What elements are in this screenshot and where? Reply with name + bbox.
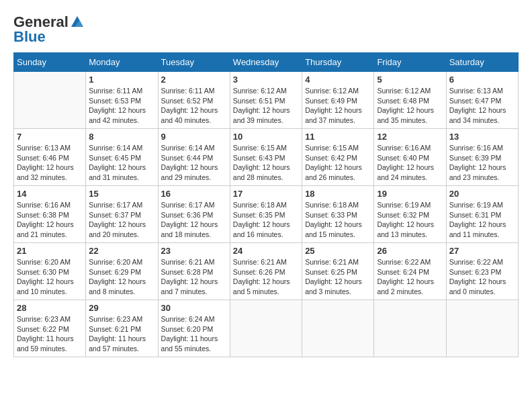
sunset-label: Sunset: 6:30 PM [17,268,69,276]
calendar-day-cell: 14 Sunrise: 6:16 AM Sunset: 6:38 PM Dayl… [14,186,86,243]
calendar-day-cell: 17 Sunrise: 6:18 AM Sunset: 6:35 PM Dayl… [230,186,302,243]
sunset-label: Sunset: 6:43 PM [233,154,285,162]
sunrise-label: Sunrise: 6:17 AM [161,201,215,209]
sunset-label: Sunset: 6:51 PM [233,97,285,105]
daylight-label: Daylight: 11 hours and 57 minutes. [89,334,146,353]
sunrise-label: Sunrise: 6:21 AM [305,258,359,266]
page-header: General Blue [13,13,519,46]
day-info: Sunrise: 6:23 AM Sunset: 6:22 PM Dayligh… [17,314,83,354]
sunrise-label: Sunrise: 6:22 AM [377,258,431,266]
logo-blue-text: Blue [13,28,46,46]
sunrise-label: Sunrise: 6:12 AM [305,87,359,95]
calendar-day-cell: 15 Sunrise: 6:17 AM Sunset: 6:37 PM Dayl… [86,186,158,243]
daylight-label: Daylight: 12 hours and 34 minutes. [449,106,506,124]
calendar-day-cell: 25 Sunrise: 6:21 AM Sunset: 6:25 PM Dayl… [302,243,374,300]
sunset-label: Sunset: 6:20 PM [161,325,214,333]
day-number: 8 [89,132,154,142]
calendar-day-cell: 10 Sunrise: 6:15 AM Sunset: 6:43 PM Dayl… [230,129,302,186]
daylight-label: Daylight: 12 hours and 31 minutes. [89,163,146,181]
calendar-table: SundayMondayTuesdayWednesdayThursdayFrid… [13,52,519,357]
calendar-day-cell: 27 Sunrise: 6:22 AM Sunset: 6:23 PM Dayl… [446,243,518,300]
calendar-day-cell: 24 Sunrise: 6:21 AM Sunset: 6:26 PM Dayl… [230,243,302,300]
day-number: 15 [89,189,154,199]
daylight-label: Daylight: 12 hours and 40 minutes. [161,106,218,124]
sunrise-label: Sunrise: 6:21 AM [233,258,287,266]
day-number: 21 [17,246,83,256]
sunrise-label: Sunrise: 6:23 AM [89,315,142,323]
sunset-label: Sunset: 6:21 PM [89,325,141,333]
calendar-header-row: SundayMondayTuesdayWednesdayThursdayFrid… [14,53,519,72]
daylight-label: Daylight: 12 hours and 21 minutes. [17,220,74,238]
daylight-label: Daylight: 12 hours and 39 minutes. [233,106,290,124]
sunrise-label: Sunrise: 6:18 AM [233,201,287,209]
calendar-day-cell: 1 Sunrise: 6:11 AM Sunset: 6:53 PM Dayli… [86,72,158,129]
sunrise-label: Sunrise: 6:20 AM [17,258,71,266]
calendar-day-cell: 4 Sunrise: 6:12 AM Sunset: 6:49 PM Dayli… [302,72,374,129]
sunset-label: Sunset: 6:45 PM [89,154,141,162]
day-info: Sunrise: 6:17 AM Sunset: 6:36 PM Dayligh… [161,200,227,240]
daylight-label: Daylight: 12 hours and 5 minutes. [233,277,290,295]
calendar-day-cell: 9 Sunrise: 6:14 AM Sunset: 6:44 PM Dayli… [158,129,230,186]
day-number: 29 [89,303,154,313]
sunrise-label: Sunrise: 6:18 AM [305,201,359,209]
sunrise-label: Sunrise: 6:14 AM [89,144,142,152]
daylight-label: Daylight: 12 hours and 42 minutes. [89,106,146,124]
day-info: Sunrise: 6:14 AM Sunset: 6:44 PM Dayligh… [161,143,227,183]
calendar-day-cell: 16 Sunrise: 6:17 AM Sunset: 6:36 PM Dayl… [158,186,230,243]
calendar-day-cell: 18 Sunrise: 6:18 AM Sunset: 6:33 PM Dayl… [302,186,374,243]
sunrise-label: Sunrise: 6:11 AM [89,87,142,95]
calendar-day-cell [230,300,302,357]
daylight-label: Daylight: 12 hours and 8 minutes. [89,277,146,295]
calendar-day-cell: 2 Sunrise: 6:11 AM Sunset: 6:52 PM Dayli… [158,72,230,129]
calendar-day-cell [446,300,518,357]
daylight-label: Daylight: 12 hours and 32 minutes. [17,163,74,181]
day-number: 10 [233,132,299,142]
day-number: 25 [305,246,371,256]
calendar-day-cell: 5 Sunrise: 6:12 AM Sunset: 6:48 PM Dayli… [374,72,446,129]
day-info: Sunrise: 6:20 AM Sunset: 6:29 PM Dayligh… [89,257,154,297]
sunset-label: Sunset: 6:31 PM [449,211,502,219]
sunset-label: Sunset: 6:26 PM [233,268,285,276]
day-number: 2 [161,75,227,85]
calendar-week-row: 1 Sunrise: 6:11 AM Sunset: 6:53 PM Dayli… [14,72,519,129]
sunset-label: Sunset: 6:40 PM [377,154,429,162]
sunset-label: Sunset: 6:37 PM [89,211,141,219]
sunrise-label: Sunrise: 6:15 AM [305,144,359,152]
day-number: 5 [377,75,443,85]
sunset-label: Sunset: 6:47 PM [449,97,502,105]
day-info: Sunrise: 6:22 AM Sunset: 6:24 PM Dayligh… [377,257,443,297]
sunset-label: Sunset: 6:33 PM [305,211,357,219]
daylight-label: Daylight: 12 hours and 29 minutes. [161,163,218,181]
calendar-header-cell: Wednesday [230,53,302,72]
daylight-label: Daylight: 12 hours and 18 minutes. [161,220,218,238]
day-number: 24 [233,246,299,256]
sunset-label: Sunset: 6:23 PM [449,268,502,276]
sunrise-label: Sunrise: 6:16 AM [17,201,71,209]
sunrise-label: Sunrise: 6:12 AM [377,87,431,95]
day-number: 1 [89,75,154,85]
day-number: 9 [161,132,227,142]
day-number: 14 [17,189,83,199]
sunset-label: Sunset: 6:35 PM [233,211,285,219]
day-number: 4 [305,75,371,85]
day-number: 16 [161,189,227,199]
day-info: Sunrise: 6:21 AM Sunset: 6:28 PM Dayligh… [161,257,227,297]
calendar-day-cell: 11 Sunrise: 6:15 AM Sunset: 6:42 PM Dayl… [302,129,374,186]
calendar-header-cell: Thursday [302,53,374,72]
sunset-label: Sunset: 6:46 PM [17,154,69,162]
day-info: Sunrise: 6:20 AM Sunset: 6:30 PM Dayligh… [17,257,83,297]
daylight-label: Daylight: 11 hours and 55 minutes. [161,334,218,353]
sunrise-label: Sunrise: 6:11 AM [161,87,215,95]
daylight-label: Daylight: 12 hours and 3 minutes. [305,277,362,295]
sunset-label: Sunset: 6:29 PM [89,268,141,276]
day-info: Sunrise: 6:16 AM Sunset: 6:39 PM Dayligh… [449,143,515,183]
daylight-label: Daylight: 12 hours and 37 minutes. [305,106,362,124]
day-info: Sunrise: 6:24 AM Sunset: 6:20 PM Dayligh… [161,314,227,354]
day-number: 23 [161,246,227,256]
calendar-week-row: 28 Sunrise: 6:23 AM Sunset: 6:22 PM Dayl… [14,300,519,357]
day-info: Sunrise: 6:12 AM Sunset: 6:48 PM Dayligh… [377,86,443,126]
daylight-label: Daylight: 12 hours and 2 minutes. [377,277,434,295]
sunset-label: Sunset: 6:38 PM [17,211,69,219]
sunrise-label: Sunrise: 6:19 AM [449,201,503,209]
calendar-day-cell [302,300,374,357]
